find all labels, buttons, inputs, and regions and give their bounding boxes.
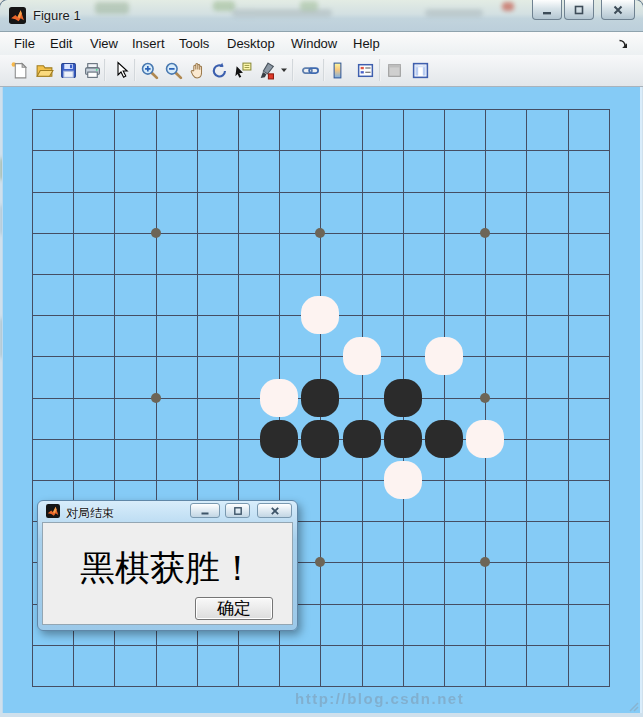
grid-line-v — [526, 109, 527, 687]
star-point — [480, 557, 490, 567]
matlab-logo-icon — [46, 504, 60, 518]
dialog-content: 黑棋获胜！ 确定 — [42, 522, 293, 625]
stone-black — [425, 420, 463, 458]
winner-message: 黑棋获胜！ — [43, 545, 292, 592]
ok-button[interactable]: 确定 — [195, 597, 273, 620]
star-point — [480, 228, 490, 238]
grid-line-v — [444, 109, 445, 687]
star-point — [480, 393, 490, 403]
grid-line-v — [362, 109, 363, 687]
grid-line-v — [609, 109, 610, 687]
star-point — [151, 228, 161, 238]
star-point — [315, 557, 325, 567]
grid-line-v — [568, 109, 569, 687]
star-point — [151, 393, 161, 403]
grid-line-h — [32, 480, 610, 481]
stone-black — [384, 420, 422, 458]
grid-line-h — [32, 686, 610, 687]
dialog-restore-button[interactable] — [225, 503, 250, 518]
dialog-close-button[interactable] — [257, 503, 292, 518]
resize-grip[interactable] — [627, 700, 639, 712]
grid-line-h — [32, 645, 610, 646]
dialog-minimize-button[interactable] — [190, 503, 220, 518]
game-over-dialog: 对局结束 黑棋获胜！ 确定 — [37, 500, 298, 631]
stone-black — [301, 379, 339, 417]
star-point — [315, 228, 325, 238]
dialog-title: 对局结束 — [66, 505, 114, 522]
stone-black — [301, 420, 339, 458]
stone-white — [301, 296, 339, 334]
stone-white — [384, 461, 422, 499]
stone-black — [343, 420, 381, 458]
stone-black — [260, 420, 298, 458]
stone-white — [343, 337, 381, 375]
stone-white — [425, 337, 463, 375]
figure-window: Figure 1 File Edit View Insert Tools Des… — [0, 0, 643, 717]
stone-black — [384, 379, 422, 417]
stone-white — [466, 420, 504, 458]
dialog-title-bar: 对局结束 — [38, 501, 297, 522]
stone-white — [260, 379, 298, 417]
watermark: http://blog.csdn.net — [295, 690, 615, 707]
